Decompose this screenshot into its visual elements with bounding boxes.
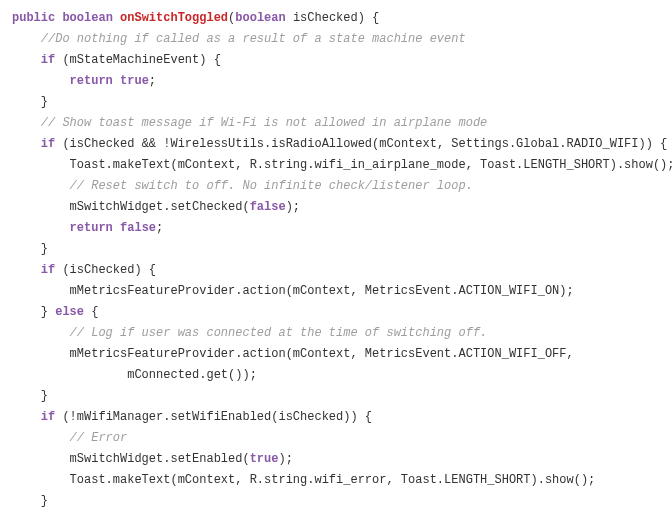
keyword: if — [41, 263, 55, 277]
code-line: mMetricsFeatureProvider.action(mContext,… — [12, 281, 660, 302]
code-line: } else { — [12, 302, 660, 323]
code-line: mMetricsFeatureProvider.action(mContext,… — [12, 344, 660, 365]
keyword: boolean — [62, 11, 112, 25]
code-line: } — [12, 386, 660, 407]
keyword: true — [250, 452, 279, 466]
keyword: if — [41, 410, 55, 424]
code-line: if (isChecked && !WirelessUtils.isRadioA… — [12, 134, 660, 155]
method-name: onSwitchToggled — [120, 11, 228, 25]
code-line: mSwitchWidget.setEnabled(true); — [12, 449, 660, 470]
code-line: return false; — [12, 218, 660, 239]
code-line: Toast.makeText(mContext, R.string.wifi_i… — [12, 155, 660, 176]
keyword: boolean — [235, 11, 285, 25]
keyword: public — [12, 11, 55, 25]
keyword: else — [55, 305, 84, 319]
comment: // Error — [12, 428, 660, 449]
comment: // Reset switch to off. No infinite chec… — [12, 176, 660, 197]
code-line: Toast.makeText(mContext, R.string.wifi_e… — [12, 470, 660, 491]
keyword: if — [41, 137, 55, 151]
code-line: } — [12, 239, 660, 260]
code-line: if (isChecked) { — [12, 260, 660, 281]
code-line: } — [12, 491, 660, 511]
keyword: true — [120, 74, 149, 88]
code-line: } — [12, 92, 660, 113]
code-line: mSwitchWidget.setChecked(false); — [12, 197, 660, 218]
keyword: false — [120, 221, 156, 235]
code-line: return true; — [12, 71, 660, 92]
keyword: if — [41, 53, 55, 67]
comment: //Do nothing if called as a result of a … — [12, 29, 660, 50]
comment: // Show toast message if Wi-Fi is not al… — [12, 113, 660, 134]
code-line: mConnected.get()); — [12, 365, 660, 386]
keyword: return — [70, 74, 113, 88]
keyword: return — [70, 221, 113, 235]
comment: // Log if user was connected at the time… — [12, 323, 660, 344]
code-line: public boolean onSwitchToggled(boolean i… — [12, 8, 660, 29]
code-line: if (mStateMachineEvent) { — [12, 50, 660, 71]
code-line: if (!mWifiManager.setWifiEnabled(isCheck… — [12, 407, 660, 428]
keyword: false — [250, 200, 286, 214]
code-block: public boolean onSwitchToggled(boolean i… — [12, 8, 660, 511]
